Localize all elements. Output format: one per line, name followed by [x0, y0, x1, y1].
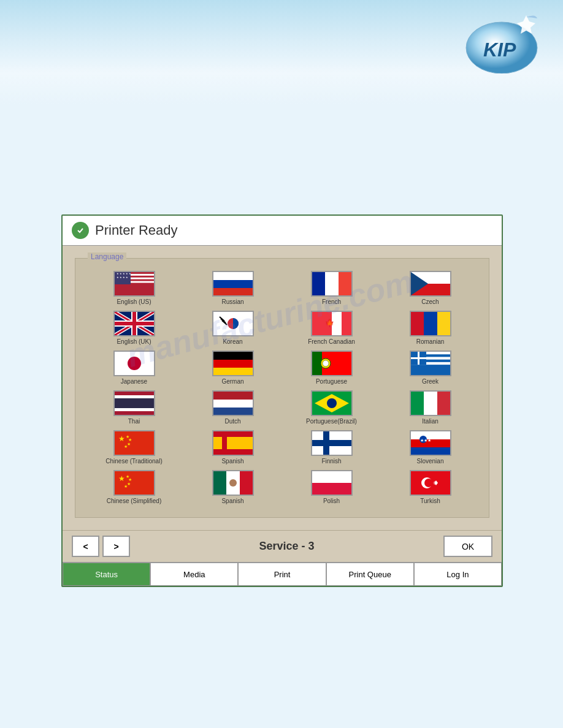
svg-text:★: ★	[118, 474, 125, 483]
flag-button-german[interactable]	[212, 351, 254, 376]
section-label: Language	[88, 252, 126, 261]
svg-point-102	[229, 479, 237, 487]
language-label-russian: Russian	[221, 298, 243, 306]
language-grid: ★★★★★★★★★ English (US) Russian French Cz…	[88, 271, 477, 505]
svg-rect-101	[213, 471, 226, 495]
svg-text:★: ★	[117, 276, 119, 279]
flag-button-dutch[interactable]	[212, 390, 254, 416]
svg-rect-104	[312, 471, 351, 483]
tab-print-queue[interactable]: Print Queue	[326, 563, 414, 586]
language-label-chinese-traditional: Chinese (Traditional)	[105, 458, 162, 465]
language-section: Language ★★★★★★★★★ English (US) Russian …	[75, 258, 489, 518]
flag-button-spanish2[interactable]	[212, 470, 254, 496]
svg-text:★: ★	[126, 272, 128, 275]
flag-button-russian[interactable]	[212, 271, 254, 297]
language-item-french-canadian[interactable]: 🍁 French Canadian	[285, 311, 378, 346]
language-item-slovenian[interactable]: ★★★ Slovenian	[384, 430, 477, 465]
flag-button-english-us[interactable]: ★★★★★★★★★	[113, 271, 155, 297]
language-label-dutch: Dutch	[224, 418, 240, 425]
flag-button-french-canadian[interactable]: 🍁	[311, 311, 353, 336]
next-button[interactable]: >	[102, 536, 130, 557]
language-item-portuguese-brazil[interactable]: Portuguese(Brazil)	[285, 390, 378, 425]
language-item-english-uk[interactable]: English (UK)	[88, 311, 180, 346]
svg-rect-62	[411, 357, 426, 359]
language-label-romanian: Romanian	[416, 338, 445, 346]
language-label-japanese: Japanese	[121, 378, 147, 385]
status-icon	[72, 222, 89, 239]
flag-button-italian[interactable]	[410, 390, 451, 416]
language-label-turkish: Turkish	[420, 498, 440, 505]
language-item-czech[interactable]: Czech	[384, 271, 477, 306]
tab-print[interactable]: Print	[238, 563, 326, 586]
svg-rect-69	[213, 392, 253, 400]
svg-text:★: ★	[118, 434, 125, 443]
svg-rect-87	[323, 431, 329, 455]
flag-button-portuguese[interactable]	[311, 351, 353, 376]
bottom-bar: < > Service - 3 OK	[63, 530, 502, 562]
svg-text:★: ★	[117, 272, 119, 275]
flag-button-spanish1[interactable]	[212, 430, 254, 456]
flag-button-turkish[interactable]: ☾	[410, 470, 451, 496]
language-label-english-uk: English (UK)	[117, 338, 151, 346]
flag-button-korean[interactable]	[212, 311, 254, 336]
language-label-english-us: English (US)	[117, 298, 151, 306]
svg-rect-18	[213, 280, 253, 288]
language-item-romanian[interactable]: Romanian	[384, 311, 477, 346]
flag-button-french[interactable]	[311, 271, 353, 297]
tab-log-in[interactable]: Log In	[414, 563, 502, 586]
svg-text:★: ★	[128, 438, 132, 442]
flag-button-chinese-simplified[interactable]: ★ ★ ★ ★ ★	[113, 470, 155, 496]
language-item-polish[interactable]: Polish	[285, 470, 378, 505]
language-item-russian[interactable]: Russian	[186, 271, 279, 306]
language-label-slovenian: Slovenian	[417, 458, 444, 465]
language-label-thai: Thai	[128, 418, 140, 425]
svg-point-48	[128, 357, 141, 370]
flag-button-portuguese-brazil[interactable]	[311, 390, 353, 416]
svg-text:★: ★	[123, 272, 125, 275]
svg-text:☾: ☾	[433, 480, 437, 486]
svg-rect-22	[312, 272, 325, 295]
language-item-portuguese[interactable]: Portuguese	[285, 351, 378, 385]
language-item-spanish1[interactable]: Spanish	[186, 430, 279, 465]
tab-bar: StatusMediaPrintPrint QueueLog In	[63, 562, 502, 586]
svg-point-55	[323, 360, 329, 366]
ok-button[interactable]: OK	[443, 536, 492, 557]
svg-rect-51	[213, 352, 253, 360]
language-label-greek: Greek	[422, 378, 439, 385]
language-item-english-us[interactable]: ★★★★★★★★★ English (US)	[88, 271, 180, 306]
tab-media[interactable]: Media	[150, 563, 238, 586]
language-item-spanish2[interactable]: Spanish	[186, 470, 279, 505]
svg-text:★: ★	[120, 272, 122, 275]
flag-button-polish[interactable]	[311, 470, 353, 496]
language-item-finnish[interactable]: Finnish	[285, 430, 378, 465]
flag-button-finnish[interactable]	[311, 430, 353, 456]
language-item-japanese[interactable]: Japanese	[88, 351, 180, 385]
svg-text:★: ★	[124, 484, 128, 488]
svg-point-2	[75, 226, 85, 235]
flag-button-czech[interactable]	[410, 271, 451, 297]
flag-button-thai[interactable]	[113, 390, 155, 416]
language-item-german[interactable]: German	[186, 351, 279, 385]
language-item-french[interactable]: French	[285, 271, 378, 306]
flag-button-greek[interactable]	[410, 351, 451, 376]
language-item-korean[interactable]: Korean	[186, 311, 279, 346]
language-item-chinese-traditional[interactable]: ★ ★ ★ ★ ★ Chinese (Traditional)	[88, 430, 180, 465]
svg-text:🍁: 🍁	[324, 318, 334, 327]
flag-button-japanese[interactable]	[113, 351, 155, 376]
flag-button-romanian[interactable]	[410, 311, 451, 336]
flag-button-chinese-traditional[interactable]: ★ ★ ★ ★ ★	[113, 430, 155, 456]
flag-button-english-uk[interactable]	[113, 311, 155, 336]
language-item-chinese-simplified[interactable]: ★ ★ ★ ★ ★ Chinese (Simplified)	[88, 470, 180, 505]
language-item-italian[interactable]: Italian	[384, 390, 477, 425]
language-item-thai[interactable]: Thai	[88, 390, 180, 425]
language-item-greek[interactable]: Greek	[384, 351, 477, 385]
svg-text:★★★: ★★★	[420, 438, 431, 442]
language-label-finnish: Finnish	[321, 458, 341, 465]
language-item-turkish[interactable]: ☾ Turkish	[384, 470, 477, 505]
tab-status[interactable]: Status	[63, 563, 150, 586]
language-item-dutch[interactable]: Dutch	[186, 390, 279, 425]
flag-button-slovenian[interactable]: ★★★	[410, 430, 451, 456]
main-dialog: Printer Ready Language ★★★★★★★★★ English…	[61, 214, 503, 587]
prev-button[interactable]: <	[72, 536, 99, 557]
svg-text:★: ★	[123, 276, 125, 279]
